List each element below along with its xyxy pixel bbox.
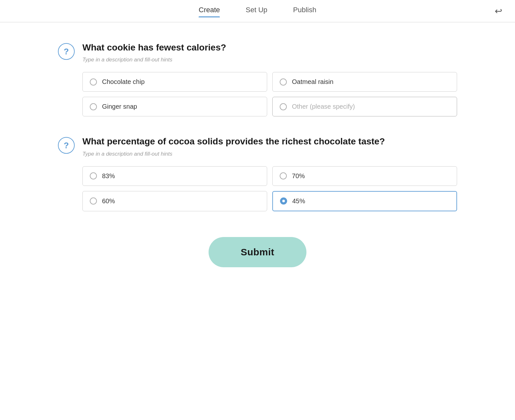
option-item-q1_c[interactable]: Ginger snap — [82, 97, 267, 116]
options-grid-1: Chocolate chipOatmeal raisinGinger snapO… — [82, 72, 457, 116]
question-body-2: What percentage of cocoa solids provides… — [82, 136, 457, 211]
question-block-1: ?What cookie has fewest calories?Type in… — [58, 42, 457, 116]
question-icon: ? — [58, 137, 75, 154]
nav-tabs: CreateSet UpPublish — [199, 6, 316, 22]
options-grid-2: 83%70%60%45% — [82, 166, 457, 211]
question-block-2: ?What percentage of cocoa solids provide… — [58, 136, 457, 211]
question-hint-2: Type in a description and fill-out hints — [82, 151, 457, 157]
option-item-q2_d[interactable]: 45% — [272, 191, 457, 211]
option-label-q1_a: Chocolate chip — [102, 78, 145, 86]
page-header: CreateSet UpPublish ↩ — [0, 0, 515, 23]
radio-q1_d[interactable] — [280, 103, 287, 110]
tab-setup[interactable]: Set Up — [246, 6, 267, 17]
radio-q2_b[interactable] — [280, 172, 287, 179]
main-content: ?What cookie has fewest calories?Type in… — [32, 23, 483, 306]
question-title-2: What percentage of cocoa solids provides… — [82, 136, 457, 147]
question-hint-1: Type in a description and fill-out hints — [82, 57, 457, 63]
option-label-q2_a: 83% — [102, 172, 115, 180]
radio-q2_d[interactable] — [280, 197, 287, 205]
undo-button[interactable]: ↩ — [495, 6, 502, 16]
option-label-q1_d: Other (please specify) — [292, 103, 355, 110]
submit-button[interactable]: Submit — [209, 237, 307, 267]
option-item-q2_a[interactable]: 83% — [82, 166, 267, 186]
option-item-q2_c[interactable]: 60% — [82, 191, 267, 211]
question-icon: ? — [58, 43, 75, 60]
option-label-q1_c: Ginger snap — [102, 103, 137, 110]
option-label-q1_b: Oatmeal raisin — [292, 78, 333, 86]
option-item-q2_b[interactable]: 70% — [272, 166, 457, 186]
radio-q1_c[interactable] — [90, 103, 97, 110]
radio-q1_a[interactable] — [90, 78, 97, 86]
tab-create[interactable]: Create — [199, 6, 220, 17]
submit-section: Submit — [58, 237, 457, 287]
option-item-q1_a[interactable]: Chocolate chip — [82, 72, 267, 92]
option-label-q2_b: 70% — [292, 172, 305, 180]
option-item-q1_b[interactable]: Oatmeal raisin — [272, 72, 457, 92]
tab-publish[interactable]: Publish — [293, 6, 316, 17]
option-item-q1_d[interactable]: Other (please specify) — [272, 97, 457, 116]
radio-q1_b[interactable] — [280, 78, 287, 86]
radio-q2_c[interactable] — [90, 197, 97, 205]
radio-q2_a[interactable] — [90, 172, 97, 179]
option-label-q2_c: 60% — [102, 197, 115, 205]
question-body-1: What cookie has fewest calories?Type in … — [82, 42, 457, 116]
option-label-q2_d: 45% — [292, 197, 305, 205]
question-title-1: What cookie has fewest calories? — [82, 42, 457, 53]
